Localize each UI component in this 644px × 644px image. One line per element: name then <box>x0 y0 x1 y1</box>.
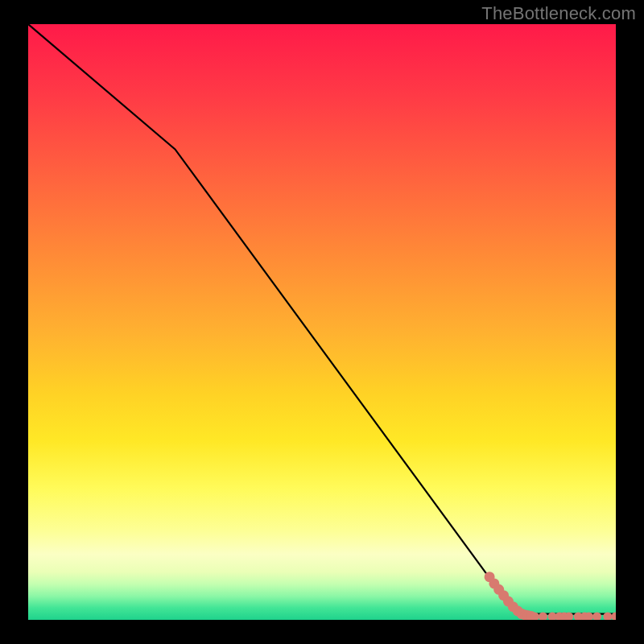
chart-overlay <box>28 24 616 620</box>
curve-line <box>28 24 616 614</box>
chart-frame: TheBottleneck.com <box>0 0 644 644</box>
data-markers <box>485 572 616 620</box>
watermark-label: TheBottleneck.com <box>481 3 636 24</box>
plot-area <box>28 24 616 620</box>
